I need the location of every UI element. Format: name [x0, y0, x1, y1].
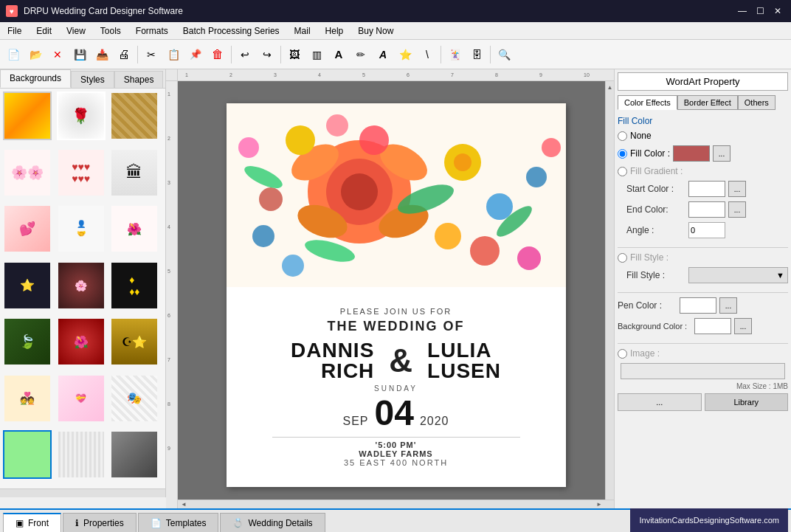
bg-thumb-15[interactable]: ☪⭐	[110, 317, 159, 366]
start-color-swatch[interactable]	[688, 181, 725, 197]
bg-thumb-7[interactable]: 💕	[3, 204, 52, 253]
text-button[interactable]: A	[328, 44, 349, 65]
image-radio-row: Image :	[618, 348, 788, 359]
bg-thumb-10[interactable]: ⭐	[3, 261, 52, 310]
tab-front[interactable]: ▣ Front	[3, 513, 61, 532]
tab-shapes[interactable]: Shapes	[114, 71, 164, 88]
bg-thumb-5[interactable]: ♥♥♥♥♥♥	[57, 148, 106, 197]
bg-thumb-8[interactable]: 👤🤝	[57, 204, 106, 253]
maximize-button[interactable]: ☐	[753, 4, 767, 18]
open-button[interactable]: 📂	[25, 44, 46, 65]
redo-button[interactable]: ↪	[257, 44, 277, 65]
save-as-button[interactable]: 📥	[91, 44, 112, 65]
svg-point-35	[259, 187, 283, 211]
bg-thumb-3[interactable]	[110, 91, 159, 140]
copy-button[interactable]: 📋	[163, 44, 184, 65]
new-button[interactable]: 📄	[3, 44, 24, 65]
end-color-swatch[interactable]	[688, 201, 725, 218]
fill-style-dropdown[interactable]: ▼	[688, 267, 788, 283]
delete-button[interactable]: 🗑	[207, 44, 228, 65]
bg-thumb-9[interactable]: 🌺	[110, 204, 159, 253]
bg-thumb-20[interactable]	[57, 430, 106, 479]
tab-border-effect[interactable]: Border Effect	[677, 95, 738, 110]
save-button[interactable]: 💾	[69, 44, 90, 65]
image-radio[interactable]	[618, 349, 627, 359]
menu-buynow[interactable]: Buy Now	[350, 22, 401, 39]
print-button[interactable]: 🖨	[114, 44, 134, 65]
close-doc-button[interactable]: ✕	[47, 44, 68, 65]
angle-input[interactable]	[688, 222, 725, 238]
menu-file[interactable]: File	[0, 22, 29, 39]
bg-thumb-6[interactable]: 🏛	[110, 148, 159, 197]
library-btn[interactable]: Library	[705, 393, 789, 411]
fill-color-browse-btn[interactable]: ...	[713, 145, 730, 162]
none-radio-label[interactable]: None	[618, 131, 652, 141]
close-button[interactable]: ✕	[770, 4, 785, 18]
menu-tools[interactable]: Tools	[93, 22, 128, 39]
svg-text:7: 7	[451, 72, 454, 77]
bg-thumb-12[interactable]: ♦♦♦	[110, 261, 159, 310]
fill-color-swatch[interactable]	[673, 145, 710, 162]
card-button[interactable]: 🃏	[444, 44, 465, 65]
fill-color-radio[interactable]	[618, 149, 627, 159]
menu-mail[interactable]: Mail	[287, 22, 318, 39]
fill-style-radio-label[interactable]: Fill Style :	[618, 252, 669, 263]
tab-color-effects[interactable]: Color Effects	[618, 95, 677, 110]
fill-gradient-radio[interactable]	[618, 167, 627, 176]
line-button[interactable]: \	[417, 44, 438, 65]
fill-gradient-radio-label[interactable]: Fill Gradient :	[618, 166, 683, 176]
fill-style-label: Fill Style :	[626, 270, 685, 280]
start-color-browse-btn[interactable]: ...	[728, 181, 746, 197]
image-radio-label[interactable]: Image :	[618, 348, 660, 359]
menu-formats[interactable]: Formats	[128, 22, 176, 39]
menu-batch[interactable]: Batch Processing Series	[176, 22, 287, 39]
cut-button[interactable]: ✂	[141, 44, 162, 65]
bg-thumb-14[interactable]: 🌺	[57, 317, 106, 366]
end-color-browse-btn[interactable]: ...	[728, 201, 746, 218]
paste-button[interactable]: 📌	[185, 44, 206, 65]
menu-help[interactable]: Help	[318, 22, 351, 39]
browse-image-btn[interactable]: ...	[618, 393, 702, 411]
svg-text:1: 1	[167, 91, 170, 97]
pen-color-browse-btn[interactable]: ...	[719, 297, 737, 314]
bg-thumb-13[interactable]: 🍃	[3, 317, 52, 366]
minimize-button[interactable]: —	[735, 4, 750, 18]
tab-properties[interactable]: ℹ Properties	[63, 513, 137, 532]
tab-wedding-details[interactable]: 💍 Wedding Details	[220, 513, 325, 532]
v-scrollbar[interactable]: ▲ ▼	[605, 81, 614, 508]
bg-thumb-4[interactable]: 🌸🌸	[3, 148, 52, 197]
barcode-button[interactable]: ▥	[306, 44, 327, 65]
bg-color-swatch[interactable]	[694, 318, 731, 334]
right-panel: WordArt Property Color Effects Border Ef…	[614, 69, 791, 508]
zoom-in-button[interactable]: 🔍	[494, 44, 514, 65]
bg-thumb-11[interactable]: 🌸	[57, 261, 106, 310]
image-path-input[interactable]	[621, 363, 785, 379]
prop-tabs: Color Effects Border Effect Others	[618, 95, 788, 110]
bg-thumb-2[interactable]: 🌹	[57, 91, 106, 140]
clipart-button[interactable]: ⭐	[395, 44, 415, 65]
bg-thumb-17[interactable]: 💝	[57, 374, 106, 423]
tab-styles[interactable]: Styles	[71, 71, 114, 88]
bg-thumb-21[interactable]	[110, 430, 159, 479]
tab-templates[interactable]: 📄 Templates	[138, 513, 219, 532]
tab-others[interactable]: Others	[738, 95, 776, 110]
undo-button[interactable]: ↩	[235, 44, 255, 65]
draw-button[interactable]: ✏	[350, 44, 371, 65]
bg-color-browse-btn[interactable]: ...	[734, 318, 752, 334]
h-scrollbar[interactable]: ◄ ►	[178, 500, 614, 508]
db-button[interactable]: 🗄	[466, 44, 487, 65]
bg-thumb-19[interactable]	[3, 430, 52, 479]
wordart-button[interactable]: A	[373, 44, 393, 65]
none-radio[interactable]	[618, 131, 627, 141]
fill-color-radio-label[interactable]: Fill Color :	[618, 148, 670, 159]
bg-thumb-1[interactable]	[3, 91, 52, 140]
menu-edit[interactable]: Edit	[29, 22, 59, 39]
image-button[interactable]: 🖼	[284, 44, 305, 65]
bg-thumb-18[interactable]: 🎭	[110, 374, 159, 423]
svg-text:4: 4	[318, 72, 321, 77]
fill-style-radio[interactable]	[618, 253, 627, 263]
pen-color-swatch[interactable]	[680, 297, 716, 314]
tab-backgrounds[interactable]: Backgrounds	[0, 69, 71, 88]
menu-view[interactable]: View	[59, 22, 93, 39]
bg-thumb-16[interactable]: 💑	[3, 374, 52, 423]
